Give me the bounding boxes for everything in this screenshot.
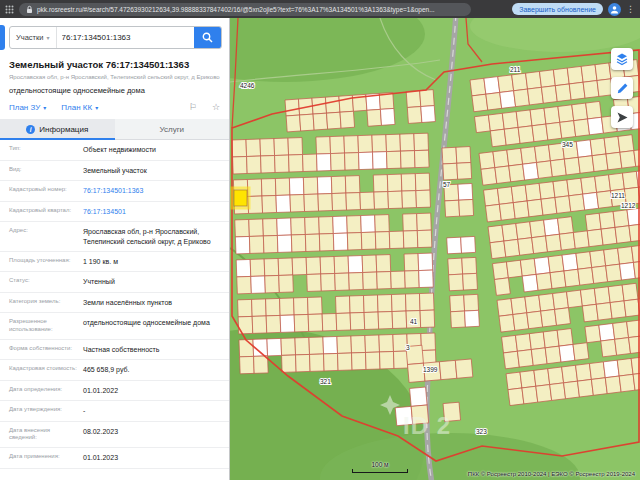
map-scalebar: 100 м: [352, 461, 408, 473]
table-row: Статус:Учтенный: [0, 272, 229, 292]
row-value: Частная собственность: [83, 345, 220, 354]
row-value: -: [83, 406, 220, 415]
location-arrow-icon: [616, 111, 629, 124]
selected-parcel[interactable]: [234, 190, 247, 206]
row-label: Дата определения:: [9, 386, 83, 395]
row-label: Вид:: [9, 166, 83, 175]
flag-icon[interactable]: ⚐: [189, 102, 197, 112]
plan-zu-label: План ЗУ: [9, 103, 40, 112]
panel-tabs: i Информация Услуги: [0, 119, 229, 140]
table-row: Вид:Земельный участок: [0, 161, 229, 181]
table-row: Тип:Объект недвижимости: [0, 140, 229, 160]
pencil-icon: [616, 82, 629, 95]
layers-button[interactable]: [611, 48, 633, 70]
chevron-down-icon: ▾: [43, 104, 46, 111]
row-label: Площадь уточненная:: [9, 257, 83, 266]
object-address-subtitle: Ярославская обл, р-н Ярославский, Телепи…: [9, 74, 220, 80]
info-table: Тип:Объект недвижимостиВид:Земельный уча…: [0, 140, 229, 468]
map-label: 4246: [240, 82, 255, 89]
plan-kk-link[interactable]: План КК ▾: [61, 103, 98, 112]
row-value: 01.01.2022: [83, 386, 220, 395]
browser-toolbar: pkk.rosreestr.ru/#/search/57.47263930212…: [0, 0, 640, 18]
map-label: 41: [410, 318, 418, 325]
search-category-dropdown[interactable]: Участки ▾: [10, 27, 57, 48]
table-row: Кадастровая стоимость:465 658,9 руб.: [0, 360, 229, 380]
row-value: отдельностоящие односемейные дома: [83, 318, 220, 334]
table-row: Адрес:Ярославская обл, р-н Ярославский, …: [0, 222, 229, 252]
finish-update-button[interactable]: Завершить обновление: [512, 3, 603, 15]
map-view[interactable]: 424621134557121112124133211399323ID 2 10…: [230, 18, 640, 480]
object-title: Земельный участок 76:17:134501:1363: [9, 59, 220, 70]
row-label: Кадастровый квартал:: [9, 207, 83, 216]
apps-grid-icon[interactable]: [5, 0, 14, 18]
info-panel: Участки ▾ Земельный участок 76:17:134501…: [0, 18, 230, 480]
row-label: Кадастровый номер:: [9, 186, 83, 195]
map-label: 1399: [423, 366, 438, 373]
profile-avatar[interactable]: [608, 3, 621, 16]
row-label: Разрешенное использование:: [9, 318, 83, 334]
row-label: Дата внесения сведений:: [9, 427, 83, 443]
row-label: Форма собственности:: [9, 345, 83, 354]
map-label: 3: [406, 344, 410, 351]
table-row: Дата внесения сведений:08.02.2023: [0, 422, 229, 449]
map-label: 1212: [621, 202, 636, 209]
map-label: 321: [320, 378, 331, 385]
row-value: 01.01.2023: [83, 453, 220, 462]
url-text: pkk.rosreestr.ru/#/search/57.47263930212…: [37, 6, 435, 13]
search-category-label: Участки: [16, 33, 44, 42]
plan-kk-label: План КК: [61, 103, 92, 112]
info-icon: i: [26, 125, 35, 134]
address-bar[interactable]: pkk.rosreestr.ru/#/search/57.47263930212…: [19, 3, 471, 16]
table-row: Кадастровый квартал:76:17:134501: [0, 202, 229, 222]
scale-line: [352, 469, 408, 473]
row-value: Земельный участок: [83, 166, 220, 175]
row-label: Статус:: [9, 277, 83, 286]
row-label: Дата применения:: [9, 453, 83, 462]
row-label: Категория земель:: [9, 298, 83, 307]
tab-information[interactable]: i Информация: [0, 119, 115, 139]
table-row: Разрешенное использование:отдельностоящи…: [0, 313, 229, 340]
chevron-down-icon: ▾: [47, 34, 50, 41]
plan-links: План ЗУ ▾ План КК ▾ ⚐ ☆: [9, 102, 220, 112]
map-controls: [611, 48, 633, 128]
row-label: Адрес:: [9, 227, 83, 246]
map-watermark: ID 2: [403, 412, 451, 439]
table-row: Площадь уточненная:1 190 кв. м: [0, 252, 229, 272]
map-label: 211: [510, 66, 521, 73]
row-label: Тип:: [9, 145, 83, 154]
map-attribution: ПКК © Росреестр 2010-2024 | ЕЭКО © Росре…: [468, 471, 635, 477]
table-row: Категория земель:Земли населённых пункто…: [0, 293, 229, 313]
table-row: Форма собственности:Частная собственност…: [0, 340, 229, 360]
panel-accent: [0, 25, 5, 50]
row-value: Земли населённых пунктов: [83, 298, 220, 307]
draw-button[interactable]: [611, 77, 633, 99]
layers-icon: [615, 52, 629, 66]
map-label: 345: [562, 141, 573, 148]
star-icon[interactable]: ☆: [212, 102, 220, 112]
map-label: 57: [443, 181, 451, 188]
row-value: Учтенный: [83, 277, 220, 286]
chevron-down-icon: ▾: [95, 104, 98, 111]
plan-zu-link[interactable]: План ЗУ ▾: [9, 103, 46, 112]
tab-services[interactable]: Услуги: [115, 119, 230, 139]
row-value: Объект недвижимости: [83, 145, 220, 154]
scale-label: 100 м: [352, 461, 408, 468]
row-value: Ярославская обл, р-н Ярославский, Телепи…: [83, 227, 220, 246]
screen: pkk.rosreestr.ru/#/search/57.47263930212…: [0, 0, 640, 480]
table-row: Дата утверждения:-: [0, 401, 229, 421]
table-row: Кадастровый номер:76:17:134501:1363: [0, 181, 229, 201]
map-label: 323: [476, 428, 487, 435]
table-row: Дата определения:01.01.2022: [0, 381, 229, 401]
row-value: 1 190 кв. м: [83, 257, 220, 266]
search-input[interactable]: [57, 27, 194, 48]
row-value-link[interactable]: 76:17:134501: [83, 207, 220, 216]
map-canvas: 424621134557121112124133211399323ID 2: [230, 18, 640, 480]
object-usage: отдельностоящие односемейные дома: [9, 86, 220, 95]
locate-button[interactable]: [611, 106, 633, 128]
tab-label: Услуги: [159, 125, 184, 134]
row-value-link[interactable]: 76:17:134501:1363: [83, 186, 220, 195]
search-button[interactable]: [194, 27, 221, 48]
row-value: 465 658,9 руб.: [83, 365, 220, 374]
tab-label: Информация: [39, 125, 88, 134]
browser-menu-icon[interactable]: ⋮: [626, 5, 635, 14]
